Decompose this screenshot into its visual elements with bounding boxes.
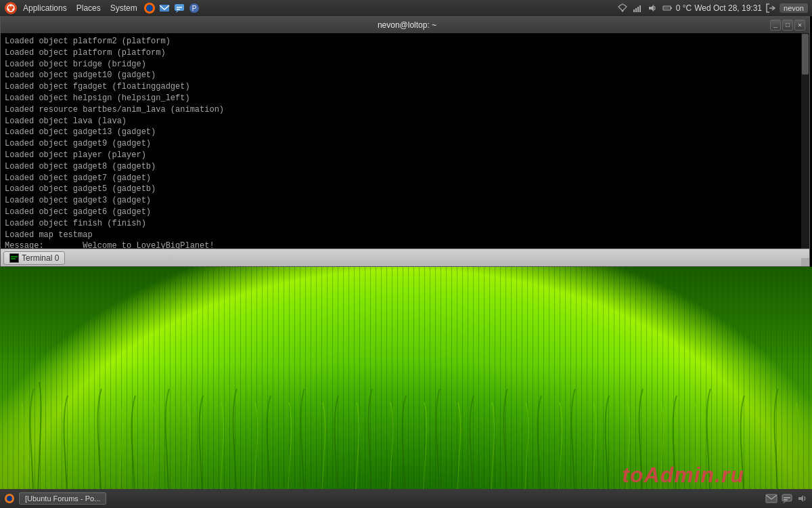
resize-handle[interactable]: [801, 258, 809, 266]
terminal-tab-label: Terminal 0: [22, 253, 59, 263]
svg-point-3: [7, 9, 9, 11]
username-display[interactable]: nevon: [780, 3, 808, 13]
svg-point-12: [621, 10, 623, 12]
terminal-output: Loaded object platform2 (platform) Loade…: [5, 36, 805, 249]
terminal-scrollbar[interactable]: [801, 33, 809, 249]
ubuntu-forums-label: [Ubuntu Forums - Po...: [25, 494, 100, 503]
bottom-volume-icon[interactable]: [796, 492, 809, 505]
pidgin-icon[interactable]: P: [187, 1, 201, 15]
desktop: toAdmin.ru: [0, 267, 812, 508]
svg-rect-16: [639, 5, 641, 12]
top-panel-right: 0 °C Wed Oct 28, 19:31 nevon: [616, 2, 808, 14]
titlebar-buttons: _ □ ✕: [769, 20, 805, 30]
svg-point-2: [12, 9, 14, 11]
terminal-titlebar: nevon@loltop: ~ _ □ ✕: [1, 17, 809, 33]
terminal-taskbar: Terminal 0: [1, 249, 809, 266]
maximize-button[interactable]: □: [782, 20, 793, 30]
terminal-title: nevon@loltop: ~: [45, 20, 769, 30]
svg-rect-13: [633, 9, 635, 12]
ubuntu-forums-task[interactable]: [Ubuntu Forums - Po...: [19, 492, 106, 505]
signal-icon[interactable]: [631, 2, 644, 14]
temperature-display: 0 °C: [676, 3, 692, 13]
svg-rect-27: [784, 497, 790, 499]
bottom-taskbar-right: [765, 492, 809, 505]
svg-rect-9: [177, 9, 180, 10]
terminal-tab[interactable]: Terminal 0: [3, 251, 65, 265]
bottom-taskbar-left: [Ubuntu Forums - Po...: [3, 492, 106, 505]
svg-rect-28: [784, 499, 788, 501]
svg-rect-19: [664, 7, 669, 9]
bottom-chat-icon[interactable]: [780, 492, 794, 505]
bottom-firefox-icon[interactable]: [3, 492, 16, 505]
terminal-scrollbar-thumb[interactable]: [802, 34, 809, 75]
volume-icon[interactable]: [646, 2, 658, 14]
bottom-mail-icon[interactable]: [765, 492, 778, 505]
top-panel: Applications Places System: [0, 0, 812, 16]
places-menu[interactable]: Places: [72, 3, 105, 13]
svg-rect-15: [637, 7, 639, 12]
minimize-button[interactable]: _: [770, 20, 781, 30]
mail-icon[interactable]: [158, 1, 171, 15]
svg-text:P: P: [191, 5, 196, 12]
svg-rect-25: [766, 494, 777, 503]
network-icon[interactable]: [616, 2, 629, 14]
svg-rect-14: [635, 8, 637, 12]
firefox-icon[interactable]: [143, 1, 156, 15]
bottom-systray: [765, 492, 809, 505]
chat-icon[interactable]: [173, 1, 186, 15]
terminal-body: Loaded object platform2 (platform) Loade…: [1, 33, 809, 249]
svg-rect-18: [671, 7, 672, 9]
ubuntu-logo-icon[interactable]: [4, 1, 18, 15]
logout-icon[interactable]: [765, 2, 777, 14]
terminal-tab-icon: [9, 253, 19, 263]
svg-point-24: [7, 496, 12, 501]
applications-menu[interactable]: Applications: [19, 3, 71, 13]
terminal-window: nevon@loltop: ~ _ □ ✕ Loaded object plat…: [0, 16, 810, 267]
top-panel-left: Applications Places System: [4, 1, 201, 15]
svg-rect-8: [177, 7, 182, 8]
datetime-display: Wed Oct 28, 19:31: [694, 3, 762, 13]
battery-icon[interactable]: [661, 2, 673, 14]
watermark: toAdmin.ru: [622, 463, 744, 488]
svg-point-1: [10, 5, 12, 7]
bottom-taskbar: [Ubuntu Forums - Po...: [0, 489, 812, 508]
close-button[interactable]: ✕: [794, 20, 805, 30]
system-menu[interactable]: System: [106, 3, 141, 13]
svg-rect-6: [160, 5, 169, 12]
